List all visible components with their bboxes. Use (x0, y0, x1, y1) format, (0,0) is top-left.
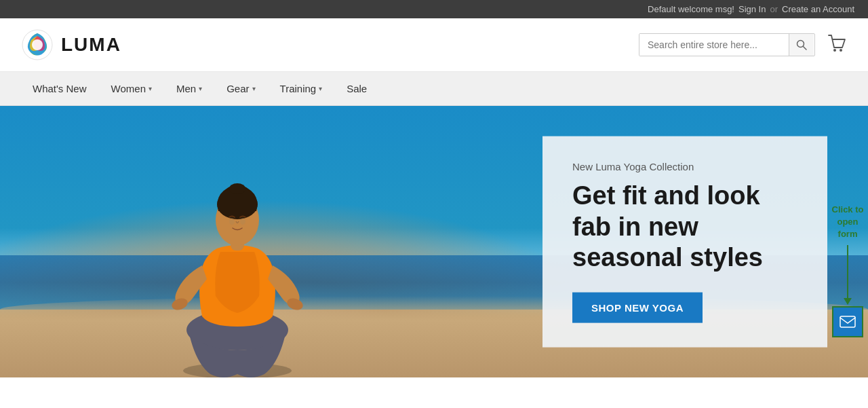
top-bar: Default welcome msg! Sign In or Create a… (0, 0, 868, 18)
nav-link[interactable]: Training▾ (268, 72, 335, 105)
nav-item-men[interactable]: Men▾ (164, 72, 214, 105)
search-input[interactable] (639, 34, 789, 56)
yoga-person-illustration (142, 133, 332, 377)
svg-rect-16 (840, 316, 855, 327)
search-box (639, 33, 815, 56)
svg-line-3 (804, 47, 807, 50)
hero-figure (129, 119, 346, 377)
chevron-down-icon: ▾ (319, 85, 322, 92)
side-annotation: Click to open form (827, 204, 868, 337)
svg-point-13 (229, 183, 245, 194)
svg-point-4 (833, 49, 836, 52)
nav-item-gear[interactable]: Gear▾ (214, 72, 267, 105)
cart-button[interactable] (826, 33, 848, 57)
chevron-down-icon: ▾ (252, 85, 256, 92)
create-account-link[interactable]: Create an Account (782, 4, 854, 14)
shop-new-yoga-button[interactable]: Shop New Yoga (572, 292, 703, 322)
luma-logo-icon (20, 28, 54, 62)
logo-text: LUMA (61, 34, 121, 56)
nav-item-what's-new[interactable]: What's New (20, 72, 99, 105)
main-nav: What's NewWomen▾Men▾Gear▾Training▾Sale (0, 72, 868, 106)
nav-link[interactable]: Gear▾ (214, 72, 267, 105)
nav-link[interactable]: Sale (334, 72, 379, 105)
annotation-arrow (847, 245, 848, 299)
email-icon (840, 316, 856, 328)
nav-link[interactable]: Men▾ (164, 72, 214, 105)
hero-subtitle: New Luma Yoga Collection (572, 161, 797, 172)
welcome-message: Default welcome msg! (648, 4, 734, 14)
logo[interactable]: LUMA (20, 28, 121, 62)
chevron-down-icon: ▾ (149, 85, 152, 92)
search-icon (796, 39, 807, 50)
nav-item-sale[interactable]: Sale (334, 72, 379, 105)
nav-item-women[interactable]: Women▾ (99, 72, 164, 105)
hero-content-box: New Luma Yoga Collection Get fit and loo… (542, 136, 827, 348)
nav-link[interactable]: Women▾ (99, 72, 164, 105)
search-button[interactable] (789, 34, 814, 56)
hero-title: Get fit and look fab in new seasonal sty… (572, 181, 797, 274)
chevron-down-icon: ▾ (199, 85, 202, 92)
nav-list: What's NewWomen▾Men▾Gear▾Training▾Sale (20, 72, 848, 105)
signin-link[interactable]: Sign In (738, 4, 766, 14)
svg-point-14 (229, 218, 235, 225)
hero-banner: New Luma Yoga Collection Get fit and loo… (0, 106, 868, 377)
svg-point-1 (32, 39, 43, 50)
open-form-button[interactable] (832, 306, 863, 337)
header-right (639, 33, 848, 57)
or-separator: or (770, 4, 778, 14)
header: LUMA (0, 18, 868, 72)
nav-item-training[interactable]: Training▾ (268, 72, 335, 105)
cart-icon (826, 33, 848, 54)
svg-point-5 (840, 49, 842, 52)
annotation-text: Click to open form (827, 204, 868, 241)
nav-link[interactable]: What's New (20, 72, 99, 105)
svg-point-15 (240, 218, 245, 225)
